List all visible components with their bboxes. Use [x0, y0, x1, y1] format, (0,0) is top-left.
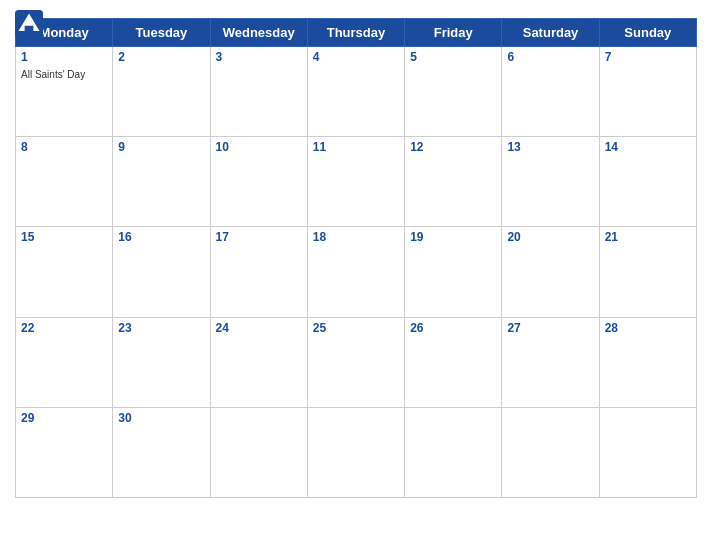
calendar-cell: 8	[16, 137, 113, 227]
weekday-header-thursday: Thursday	[307, 19, 404, 47]
calendar-cell: 19	[405, 227, 502, 317]
day-number: 12	[410, 140, 496, 154]
calendar-cell	[502, 407, 599, 497]
calendar-week-row: 15161718192021	[16, 227, 697, 317]
calendar-cell: 4	[307, 47, 404, 137]
calendar-week-row: 891011121314	[16, 137, 697, 227]
day-number: 11	[313, 140, 399, 154]
calendar-cell: 14	[599, 137, 696, 227]
calendar-cell: 11	[307, 137, 404, 227]
calendar-cell: 13	[502, 137, 599, 227]
day-number: 23	[118, 321, 204, 335]
calendar-cell: 29	[16, 407, 113, 497]
generalblue-logo-icon	[15, 10, 43, 38]
calendar-cell: 17	[210, 227, 307, 317]
calendar-cell: 21	[599, 227, 696, 317]
day-number: 9	[118, 140, 204, 154]
calendar-cell: 6	[502, 47, 599, 137]
calendar-cell: 10	[210, 137, 307, 227]
calendar-cell: 5	[405, 47, 502, 137]
calendar-container: MondayTuesdayWednesdayThursdayFridaySatu…	[0, 0, 712, 550]
calendar-week-row: 2930	[16, 407, 697, 497]
weekday-header-row: MondayTuesdayWednesdayThursdayFridaySatu…	[16, 19, 697, 47]
calendar-cell: 3	[210, 47, 307, 137]
day-number: 3	[216, 50, 302, 64]
day-number: 6	[507, 50, 593, 64]
calendar-cell: 23	[113, 317, 210, 407]
day-number: 21	[605, 230, 691, 244]
day-number: 10	[216, 140, 302, 154]
calendar-week-row: 1All Saints' Day234567	[16, 47, 697, 137]
day-number: 25	[313, 321, 399, 335]
day-number: 16	[118, 230, 204, 244]
day-number: 24	[216, 321, 302, 335]
calendar-cell: 15	[16, 227, 113, 317]
day-number: 19	[410, 230, 496, 244]
calendar-cell: 2	[113, 47, 210, 137]
day-number: 22	[21, 321, 107, 335]
event-label: All Saints' Day	[21, 69, 85, 80]
day-number: 8	[21, 140, 107, 154]
calendar-cell	[599, 407, 696, 497]
day-number: 14	[605, 140, 691, 154]
calendar-cell: 7	[599, 47, 696, 137]
day-number: 13	[507, 140, 593, 154]
day-number: 7	[605, 50, 691, 64]
day-number: 30	[118, 411, 204, 425]
calendar-tbody: 1All Saints' Day234567891011121314151617…	[16, 47, 697, 498]
day-number: 26	[410, 321, 496, 335]
weekday-header-wednesday: Wednesday	[210, 19, 307, 47]
calendar-cell: 1All Saints' Day	[16, 47, 113, 137]
day-number: 17	[216, 230, 302, 244]
weekday-header-tuesday: Tuesday	[113, 19, 210, 47]
calendar-cell: 20	[502, 227, 599, 317]
day-number: 28	[605, 321, 691, 335]
svg-rect-2	[25, 26, 34, 31]
calendar-cell: 16	[113, 227, 210, 317]
day-number: 27	[507, 321, 593, 335]
calendar-cell: 18	[307, 227, 404, 317]
day-number: 1	[21, 50, 107, 64]
calendar-cell: 27	[502, 317, 599, 407]
calendar-cell: 25	[307, 317, 404, 407]
calendar-cell	[405, 407, 502, 497]
day-number: 5	[410, 50, 496, 64]
weekday-header-friday: Friday	[405, 19, 502, 47]
calendar-cell	[210, 407, 307, 497]
logo-area	[15, 10, 47, 38]
calendar-cell: 9	[113, 137, 210, 227]
calendar-thead: MondayTuesdayWednesdayThursdayFridaySatu…	[16, 19, 697, 47]
calendar-cell	[307, 407, 404, 497]
calendar-cell: 24	[210, 317, 307, 407]
weekday-header-saturday: Saturday	[502, 19, 599, 47]
calendar-table: MondayTuesdayWednesdayThursdayFridaySatu…	[15, 18, 697, 498]
calendar-cell: 28	[599, 317, 696, 407]
day-number: 18	[313, 230, 399, 244]
day-number: 2	[118, 50, 204, 64]
day-number: 20	[507, 230, 593, 244]
calendar-cell: 26	[405, 317, 502, 407]
calendar-cell: 30	[113, 407, 210, 497]
day-number: 15	[21, 230, 107, 244]
day-number: 4	[313, 50, 399, 64]
calendar-cell: 12	[405, 137, 502, 227]
calendar-week-row: 22232425262728	[16, 317, 697, 407]
calendar-cell: 22	[16, 317, 113, 407]
day-number: 29	[21, 411, 107, 425]
weekday-header-sunday: Sunday	[599, 19, 696, 47]
